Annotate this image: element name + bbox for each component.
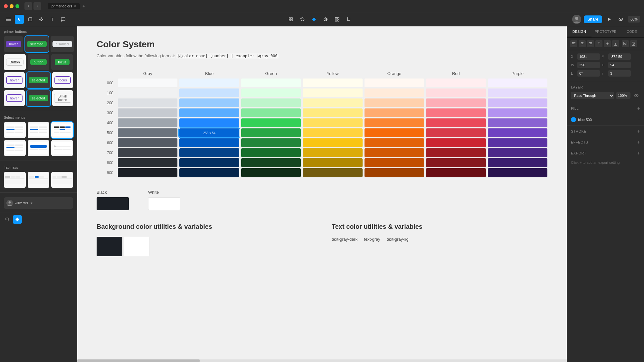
selected-btn-item[interactable]: selected xyxy=(25,36,49,52)
green-200-swatch[interactable] xyxy=(241,98,301,107)
hover-button[interactable]: hover xyxy=(6,41,21,47)
prototype-tab[interactable]: PROTOTYPE xyxy=(592,26,620,37)
button-green[interactable]: button xyxy=(30,59,47,65)
select-menu-5[interactable] xyxy=(28,140,50,156)
red-200-swatch[interactable] xyxy=(426,98,486,107)
primer-colors-tab[interactable]: primer-colors × xyxy=(48,3,80,9)
back-button[interactable]: ‹ xyxy=(24,2,32,10)
red-900-swatch[interactable] xyxy=(426,168,486,177)
purple-900-swatch[interactable] xyxy=(488,168,547,177)
orange-400-swatch[interactable] xyxy=(365,118,424,127)
orange-000-swatch[interactable] xyxy=(365,79,424,87)
red-400-swatch[interactable] xyxy=(426,118,486,127)
layout-tool[interactable] xyxy=(333,15,342,24)
fill-color-dot[interactable] xyxy=(571,117,576,122)
selected3-button[interactable]: selected xyxy=(29,95,48,101)
hover3-btn-item[interactable]: hover xyxy=(4,90,25,106)
orange-600-swatch[interactable] xyxy=(365,138,424,147)
button-outline-item[interactable]: Button xyxy=(4,54,26,70)
green-600-swatch[interactable] xyxy=(241,138,301,147)
gray-400-swatch[interactable] xyxy=(118,118,177,127)
add-tab-button[interactable]: + xyxy=(80,3,87,9)
corner-input[interactable] xyxy=(577,70,600,77)
red-100-swatch[interactable] xyxy=(426,88,486,97)
small-btn-item[interactable]: Small button xyxy=(52,90,73,106)
yellow-000-swatch[interactable] xyxy=(303,79,362,87)
yellow-500-swatch[interactable] xyxy=(303,128,362,137)
close-tab-icon[interactable]: × xyxy=(74,4,76,8)
red-600-swatch[interactable] xyxy=(426,138,486,147)
comment-tool-button[interactable] xyxy=(59,15,68,24)
hover-btn-item[interactable]: hover xyxy=(4,36,23,52)
gray-600-swatch[interactable] xyxy=(118,138,177,147)
orange-200-swatch[interactable] xyxy=(365,98,424,107)
crop-tool[interactable] xyxy=(344,15,353,24)
green-900-swatch[interactable] xyxy=(241,168,301,177)
view-button[interactable] xyxy=(616,15,625,24)
x-input[interactable] xyxy=(577,53,600,60)
align-right-button[interactable] xyxy=(587,40,594,47)
gray-500-swatch[interactable] xyxy=(118,128,177,137)
yellow-200-swatch[interactable] xyxy=(303,98,362,107)
purple-300-swatch[interactable] xyxy=(488,108,547,117)
tab-nav-1[interactable] xyxy=(4,172,26,188)
zoom-control[interactable]: 60% xyxy=(628,16,640,23)
gray-800-swatch[interactable] xyxy=(118,158,177,167)
design-tab[interactable]: DESIGN xyxy=(567,26,592,37)
orange-300-swatch[interactable] xyxy=(365,108,424,117)
purple-000-swatch[interactable] xyxy=(488,79,547,87)
align-bottom-button[interactable] xyxy=(612,40,619,47)
align-top-button[interactable] xyxy=(595,40,602,47)
focus2-btn-item[interactable]: focus xyxy=(52,72,73,88)
red-500-swatch[interactable] xyxy=(426,128,486,137)
mask-tool[interactable] xyxy=(321,15,330,24)
disabled-btn-item[interactable]: disabled xyxy=(51,36,74,52)
move-tool-button[interactable] xyxy=(15,15,24,24)
hover-outline-item[interactable]: hover xyxy=(4,72,25,88)
red-000-swatch[interactable] xyxy=(426,79,486,87)
black-swatch[interactable] xyxy=(97,197,129,210)
green-400-swatch[interactable] xyxy=(241,118,301,127)
green-700-swatch[interactable] xyxy=(241,148,301,157)
gray-900-swatch[interactable] xyxy=(118,168,177,177)
green-800-swatch[interactable] xyxy=(241,158,301,167)
yellow-800-swatch[interactable] xyxy=(303,158,362,167)
selected-button[interactable]: selected xyxy=(27,41,47,47)
code-tab[interactable]: CODE xyxy=(620,26,644,37)
bg-white-swatch[interactable] xyxy=(124,237,149,256)
align-middle-button[interactable] xyxy=(604,40,611,47)
red-700-swatch[interactable] xyxy=(426,148,486,157)
purple-400-swatch[interactable] xyxy=(488,118,547,127)
blue-800-swatch[interactable] xyxy=(179,158,239,167)
h-scrollbar[interactable] xyxy=(77,359,567,362)
visibility-toggle[interactable] xyxy=(632,92,640,99)
bottom-sync-icon[interactable] xyxy=(4,216,10,223)
blend-mode-select[interactable]: Pass Through Normal Multiply Screen xyxy=(571,92,614,99)
minimize-button[interactable] xyxy=(10,4,14,8)
blue-200-swatch[interactable] xyxy=(179,98,239,107)
selected-outline-button[interactable]: selected xyxy=(29,77,48,83)
r-input[interactable] xyxy=(608,70,631,77)
selected3-btn-item[interactable]: selected xyxy=(27,90,50,106)
purple-100-swatch[interactable] xyxy=(488,88,547,97)
forward-button[interactable]: › xyxy=(33,2,41,10)
fill-remove-icon[interactable]: − xyxy=(638,117,640,122)
hover-outline-button[interactable]: hover xyxy=(6,76,23,84)
share-button[interactable]: Share xyxy=(584,15,602,23)
select-menu-1[interactable] xyxy=(4,122,26,138)
h-scrollbar-thumb[interactable] xyxy=(77,359,200,362)
blue-300-swatch[interactable] xyxy=(179,108,239,117)
select-menu-3[interactable] xyxy=(51,122,73,138)
yellow-600-swatch[interactable] xyxy=(303,138,362,147)
green-500-swatch[interactable] xyxy=(241,128,301,137)
focus-btn-item[interactable]: focus xyxy=(51,54,73,70)
small-button[interactable]: Small button xyxy=(54,94,71,103)
blue-400-swatch[interactable] xyxy=(179,118,239,127)
yellow-700-swatch[interactable] xyxy=(303,148,362,157)
user-avatar[interactable] xyxy=(572,15,581,24)
undo-tool[interactable] xyxy=(298,15,307,24)
canvas-area[interactable]: Color System Color variables follow the … xyxy=(77,26,567,362)
y-input[interactable] xyxy=(608,53,631,60)
select-menu-6[interactable] xyxy=(51,140,73,156)
distribute-h-button[interactable] xyxy=(622,40,629,47)
